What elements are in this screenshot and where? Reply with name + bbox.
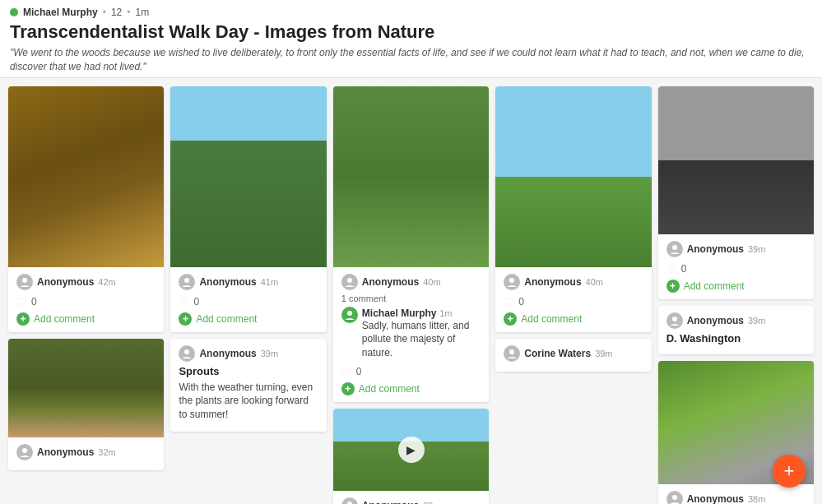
card: ▶ Anonymous 39m	[333, 409, 489, 504]
fab-button[interactable]: +	[773, 455, 806, 488]
avatar	[179, 345, 195, 362]
add-comment-icon[interactable]: +	[504, 312, 517, 326]
comment-author: Michael Murphy	[362, 307, 437, 319]
post-time: 1m	[135, 7, 149, 18]
card-user-row: Anonymous 40m	[341, 274, 481, 290]
card-image	[495, 86, 651, 267]
card-image: ▶	[333, 409, 489, 491]
add-comment-label[interactable]: Add comment	[34, 313, 95, 325]
add-comment-row[interactable]: + Add comment	[341, 382, 481, 395]
card-time: 42m	[98, 277, 115, 287]
avatar	[504, 274, 520, 290]
card-username: Anonymous	[362, 276, 419, 288]
like-button[interactable]: ♡	[504, 295, 514, 308]
page-quote: "We went to the woods because we wished …	[10, 46, 812, 74]
masonry-grid: Anonymous 42m ♡ 0 + Add comment Anonymou…	[0, 78, 822, 504]
like-button[interactable]: ♡	[16, 295, 27, 308]
add-comment-label[interactable]: Add comment	[521, 313, 582, 325]
card-username: Anonymous	[362, 500, 419, 504]
like-count: 0	[681, 263, 687, 275]
avatar	[504, 345, 520, 362]
card-time: 39m	[595, 349, 612, 358]
add-comment-label[interactable]: Add comment	[684, 280, 745, 292]
card-time: 38m	[748, 494, 765, 504]
card: Anonymous 32m	[8, 339, 164, 470]
card: Anonymous 40m 1 comment Michael Murphy 1…	[333, 86, 489, 402]
add-comment-row[interactable]: + Add comment	[16, 312, 156, 326]
add-comment-row[interactable]: + Add comment	[666, 280, 806, 293]
add-comment-icon[interactable]: +	[16, 312, 30, 326]
card-time: 39m	[748, 244, 765, 254]
svg-point-8	[509, 349, 514, 354]
card-username: Anonymous	[199, 348, 256, 359]
card-username: Anonymous	[199, 276, 256, 288]
avatar	[16, 274, 33, 290]
like-button[interactable]: ♡	[341, 365, 352, 378]
like-row: ♡ 0	[179, 295, 318, 308]
card-image	[658, 86, 814, 234]
add-comment-icon[interactable]: +	[341, 382, 355, 395]
card-user-row: Corine Waters 39m	[504, 345, 643, 362]
like-count: 0	[518, 296, 524, 307]
card-user-row: Anonymous 39m	[341, 497, 481, 504]
fab-icon: +	[784, 460, 795, 482]
add-comment-label[interactable]: Add comment	[359, 383, 420, 395]
add-comment-icon[interactable]: +	[666, 280, 680, 293]
card-time: 32m	[98, 447, 115, 457]
svg-point-9	[672, 245, 677, 250]
play-button[interactable]: ▶	[398, 437, 425, 463]
card-time: 39m	[261, 349, 278, 358]
card-username: Anonymous	[687, 315, 744, 326]
card-text: With the weather turning, even the plant…	[179, 381, 318, 422]
column-4: Anonymous 40m ♡ 0 + Add comment Corine W…	[495, 86, 651, 372]
card-username: Anonymous	[687, 243, 744, 255]
card-body: Anonymous 40m ♡ 0 + Add comment	[495, 267, 651, 332]
column-5: Anonymous 39m ♡ 0 + Add comment Anonymou…	[658, 86, 814, 504]
card-user-row: Anonymous 38m	[666, 491, 806, 504]
card-time: 39m	[748, 316, 765, 326]
like-row: ♡ 0	[504, 295, 643, 308]
column-2: Anonymous 41m ♡ 0 + Add comment Anonymou…	[170, 86, 326, 432]
post-meta: Michael Murphy • 12 • 1m	[10, 7, 812, 18]
svg-point-10	[672, 317, 677, 321]
like-count: 0	[193, 296, 199, 307]
column-1: Anonymous 42m ♡ 0 + Add comment Anonymou…	[8, 86, 164, 470]
card: Anonymous 39m SproutsWith the weather tu…	[170, 339, 326, 432]
comment-body: Michael Murphy 1m Sadly, humans litter, …	[362, 307, 481, 360]
card-body: Anonymous 41m ♡ 0 + Add comment	[170, 267, 326, 332]
card-username: Anonymous	[687, 493, 744, 504]
card-body: Corine Waters 39m	[495, 339, 651, 372]
card-username: Corine Waters	[524, 348, 591, 359]
svg-point-5	[347, 311, 352, 316]
online-indicator	[10, 8, 18, 16]
card-username: Anonymous	[37, 276, 94, 288]
svg-point-11	[672, 495, 677, 500]
avatar	[666, 312, 683, 329]
card-body: Anonymous 39m	[333, 491, 489, 504]
comment-time: 1m	[439, 308, 452, 318]
bullet-count: 12	[111, 7, 122, 18]
add-comment-icon[interactable]: +	[179, 312, 192, 326]
card-body: Anonymous 39m D. Washington	[658, 306, 814, 354]
avatar	[666, 241, 683, 257]
card-time: 40m	[586, 277, 603, 287]
like-count: 0	[356, 366, 362, 377]
comment-text: Sadly, humans litter, and pollute the ma…	[362, 319, 481, 360]
card-body: Anonymous 42m ♡ 0 + Add comment	[8, 267, 164, 332]
card: Anonymous 42m ♡ 0 + Add comment	[8, 86, 164, 332]
card-image	[8, 86, 164, 267]
like-row: ♡ 0	[341, 365, 481, 378]
svg-point-7	[509, 278, 514, 283]
add-comment-label[interactable]: Add comment	[196, 313, 257, 325]
avatar	[179, 274, 195, 290]
comment-count: 1 comment	[341, 294, 481, 303]
like-button[interactable]: ♡	[179, 295, 189, 308]
card-time: 41m	[261, 277, 278, 287]
like-button[interactable]: ♡	[666, 262, 677, 275]
like-row: ♡ 0	[16, 295, 156, 308]
card-title: D. Washington	[666, 332, 806, 344]
card-image	[8, 339, 164, 437]
add-comment-row[interactable]: + Add comment	[504, 312, 643, 326]
add-comment-row[interactable]: + Add comment	[179, 312, 318, 326]
card: Anonymous 40m ♡ 0 + Add comment	[495, 86, 651, 332]
